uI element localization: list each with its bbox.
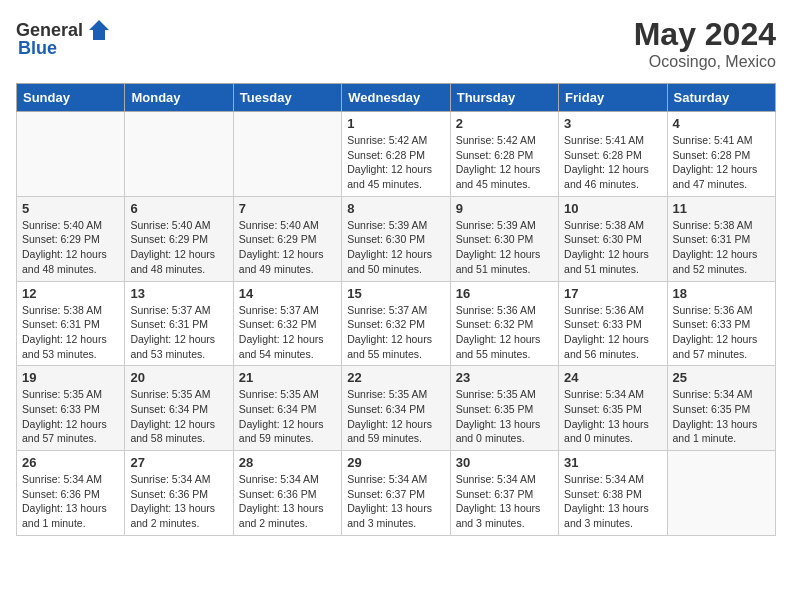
day-number: 29	[347, 455, 444, 470]
logo-blue-text: Blue	[18, 38, 57, 59]
day-info: Sunrise: 5:34 AM Sunset: 6:36 PM Dayligh…	[130, 472, 227, 531]
day-info: Sunrise: 5:37 AM Sunset: 6:32 PM Dayligh…	[347, 303, 444, 362]
calendar-cell	[233, 112, 341, 197]
day-info: Sunrise: 5:35 AM Sunset: 6:35 PM Dayligh…	[456, 387, 553, 446]
day-number: 5	[22, 201, 119, 216]
day-info: Sunrise: 5:40 AM Sunset: 6:29 PM Dayligh…	[239, 218, 336, 277]
logo: General Blue	[16, 16, 113, 59]
day-number: 13	[130, 286, 227, 301]
calendar-cell: 2Sunrise: 5:42 AM Sunset: 6:28 PM Daylig…	[450, 112, 558, 197]
calendar-cell: 5Sunrise: 5:40 AM Sunset: 6:29 PM Daylig…	[17, 196, 125, 281]
calendar-cell: 25Sunrise: 5:34 AM Sunset: 6:35 PM Dayli…	[667, 366, 775, 451]
day-info: Sunrise: 5:37 AM Sunset: 6:32 PM Dayligh…	[239, 303, 336, 362]
weekday-header-tuesday: Tuesday	[233, 84, 341, 112]
calendar-cell: 8Sunrise: 5:39 AM Sunset: 6:30 PM Daylig…	[342, 196, 450, 281]
day-number: 3	[564, 116, 661, 131]
day-number: 11	[673, 201, 770, 216]
week-row-2: 5Sunrise: 5:40 AM Sunset: 6:29 PM Daylig…	[17, 196, 776, 281]
day-info: Sunrise: 5:40 AM Sunset: 6:29 PM Dayligh…	[22, 218, 119, 277]
calendar-cell: 15Sunrise: 5:37 AM Sunset: 6:32 PM Dayli…	[342, 281, 450, 366]
calendar-cell: 17Sunrise: 5:36 AM Sunset: 6:33 PM Dayli…	[559, 281, 667, 366]
day-number: 30	[456, 455, 553, 470]
calendar-cell: 4Sunrise: 5:41 AM Sunset: 6:28 PM Daylig…	[667, 112, 775, 197]
day-number: 14	[239, 286, 336, 301]
week-row-3: 12Sunrise: 5:38 AM Sunset: 6:31 PM Dayli…	[17, 281, 776, 366]
day-info: Sunrise: 5:34 AM Sunset: 6:35 PM Dayligh…	[564, 387, 661, 446]
week-row-1: 1Sunrise: 5:42 AM Sunset: 6:28 PM Daylig…	[17, 112, 776, 197]
day-number: 2	[456, 116, 553, 131]
day-number: 21	[239, 370, 336, 385]
weekday-header-saturday: Saturday	[667, 84, 775, 112]
calendar-cell: 1Sunrise: 5:42 AM Sunset: 6:28 PM Daylig…	[342, 112, 450, 197]
calendar-cell: 26Sunrise: 5:34 AM Sunset: 6:36 PM Dayli…	[17, 451, 125, 536]
calendar-cell: 29Sunrise: 5:34 AM Sunset: 6:37 PM Dayli…	[342, 451, 450, 536]
title-block: May 2024 Ocosingo, Mexico	[634, 16, 776, 71]
day-info: Sunrise: 5:34 AM Sunset: 6:35 PM Dayligh…	[673, 387, 770, 446]
week-row-4: 19Sunrise: 5:35 AM Sunset: 6:33 PM Dayli…	[17, 366, 776, 451]
day-info: Sunrise: 5:35 AM Sunset: 6:33 PM Dayligh…	[22, 387, 119, 446]
page-header: General Blue May 2024 Ocosingo, Mexico	[16, 16, 776, 71]
calendar-table: SundayMondayTuesdayWednesdayThursdayFrid…	[16, 83, 776, 536]
weekday-header-thursday: Thursday	[450, 84, 558, 112]
day-info: Sunrise: 5:35 AM Sunset: 6:34 PM Dayligh…	[347, 387, 444, 446]
day-info: Sunrise: 5:39 AM Sunset: 6:30 PM Dayligh…	[347, 218, 444, 277]
day-info: Sunrise: 5:34 AM Sunset: 6:37 PM Dayligh…	[456, 472, 553, 531]
day-info: Sunrise: 5:34 AM Sunset: 6:37 PM Dayligh…	[347, 472, 444, 531]
day-number: 20	[130, 370, 227, 385]
weekday-header-sunday: Sunday	[17, 84, 125, 112]
day-info: Sunrise: 5:37 AM Sunset: 6:31 PM Dayligh…	[130, 303, 227, 362]
calendar-cell: 18Sunrise: 5:36 AM Sunset: 6:33 PM Dayli…	[667, 281, 775, 366]
calendar-cell: 31Sunrise: 5:34 AM Sunset: 6:38 PM Dayli…	[559, 451, 667, 536]
title-month: May 2024	[634, 16, 776, 53]
calendar-cell	[17, 112, 125, 197]
day-info: Sunrise: 5:38 AM Sunset: 6:30 PM Dayligh…	[564, 218, 661, 277]
day-info: Sunrise: 5:36 AM Sunset: 6:32 PM Dayligh…	[456, 303, 553, 362]
day-number: 24	[564, 370, 661, 385]
day-number: 6	[130, 201, 227, 216]
day-info: Sunrise: 5:38 AM Sunset: 6:31 PM Dayligh…	[22, 303, 119, 362]
calendar-cell: 10Sunrise: 5:38 AM Sunset: 6:30 PM Dayli…	[559, 196, 667, 281]
calendar-cell: 27Sunrise: 5:34 AM Sunset: 6:36 PM Dayli…	[125, 451, 233, 536]
weekday-header-friday: Friday	[559, 84, 667, 112]
title-location: Ocosingo, Mexico	[634, 53, 776, 71]
day-number: 18	[673, 286, 770, 301]
day-info: Sunrise: 5:36 AM Sunset: 6:33 PM Dayligh…	[564, 303, 661, 362]
day-number: 10	[564, 201, 661, 216]
day-number: 9	[456, 201, 553, 216]
calendar-cell: 6Sunrise: 5:40 AM Sunset: 6:29 PM Daylig…	[125, 196, 233, 281]
day-info: Sunrise: 5:42 AM Sunset: 6:28 PM Dayligh…	[456, 133, 553, 192]
week-row-5: 26Sunrise: 5:34 AM Sunset: 6:36 PM Dayli…	[17, 451, 776, 536]
day-info: Sunrise: 5:34 AM Sunset: 6:36 PM Dayligh…	[239, 472, 336, 531]
day-info: Sunrise: 5:35 AM Sunset: 6:34 PM Dayligh…	[239, 387, 336, 446]
calendar-cell: 7Sunrise: 5:40 AM Sunset: 6:29 PM Daylig…	[233, 196, 341, 281]
calendar-cell: 28Sunrise: 5:34 AM Sunset: 6:36 PM Dayli…	[233, 451, 341, 536]
calendar-cell: 3Sunrise: 5:41 AM Sunset: 6:28 PM Daylig…	[559, 112, 667, 197]
day-number: 7	[239, 201, 336, 216]
day-info: Sunrise: 5:34 AM Sunset: 6:36 PM Dayligh…	[22, 472, 119, 531]
day-number: 31	[564, 455, 661, 470]
day-number: 26	[22, 455, 119, 470]
day-number: 23	[456, 370, 553, 385]
day-number: 22	[347, 370, 444, 385]
weekday-header-row: SundayMondayTuesdayWednesdayThursdayFrid…	[17, 84, 776, 112]
calendar-cell: 9Sunrise: 5:39 AM Sunset: 6:30 PM Daylig…	[450, 196, 558, 281]
day-number: 12	[22, 286, 119, 301]
day-info: Sunrise: 5:38 AM Sunset: 6:31 PM Dayligh…	[673, 218, 770, 277]
calendar-cell	[125, 112, 233, 197]
day-info: Sunrise: 5:42 AM Sunset: 6:28 PM Dayligh…	[347, 133, 444, 192]
day-info: Sunrise: 5:36 AM Sunset: 6:33 PM Dayligh…	[673, 303, 770, 362]
calendar-cell: 16Sunrise: 5:36 AM Sunset: 6:32 PM Dayli…	[450, 281, 558, 366]
day-info: Sunrise: 5:41 AM Sunset: 6:28 PM Dayligh…	[673, 133, 770, 192]
day-number: 15	[347, 286, 444, 301]
day-number: 4	[673, 116, 770, 131]
day-number: 1	[347, 116, 444, 131]
calendar-cell	[667, 451, 775, 536]
day-info: Sunrise: 5:34 AM Sunset: 6:38 PM Dayligh…	[564, 472, 661, 531]
calendar-cell: 12Sunrise: 5:38 AM Sunset: 6:31 PM Dayli…	[17, 281, 125, 366]
calendar-cell: 19Sunrise: 5:35 AM Sunset: 6:33 PM Dayli…	[17, 366, 125, 451]
calendar-cell: 11Sunrise: 5:38 AM Sunset: 6:31 PM Dayli…	[667, 196, 775, 281]
day-number: 17	[564, 286, 661, 301]
day-number: 8	[347, 201, 444, 216]
weekday-header-monday: Monday	[125, 84, 233, 112]
calendar-cell: 20Sunrise: 5:35 AM Sunset: 6:34 PM Dayli…	[125, 366, 233, 451]
